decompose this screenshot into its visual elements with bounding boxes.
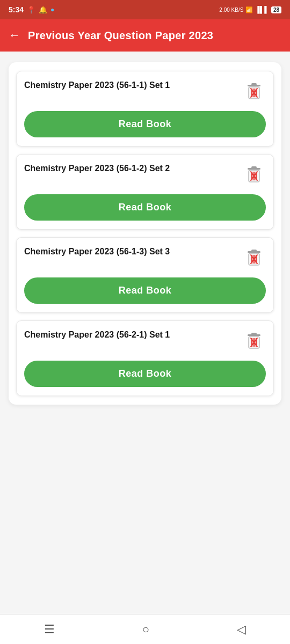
- trash-icon-3: [244, 248, 264, 268]
- read-book-button-2[interactable]: Read Book: [24, 194, 266, 221]
- delete-button-4[interactable]: [242, 330, 266, 353]
- main-content: Chemistry Paper 2023 (56-1-1) Set 1 Read…: [0, 52, 290, 614]
- battery-level: 28: [271, 6, 281, 13]
- back-button[interactable]: ←: [9, 28, 20, 42]
- location-icon: 📍: [27, 6, 35, 14]
- delete-button-3[interactable]: [242, 246, 266, 270]
- app-bar: ← Previous Year Question Paper 2023: [0, 19, 290, 52]
- book-card-1: Chemistry Paper 2023 (56-1-1) Set 1 Read…: [16, 71, 274, 147]
- svg-rect-25: [251, 333, 257, 335]
- trash-icon-2: [244, 165, 264, 185]
- wifi-icon: 📶: [245, 6, 253, 13]
- book-card-3: Chemistry Paper 2023 (56-1-3) Set 3 Read…: [16, 237, 274, 313]
- book-card-2: Chemistry Paper 2023 (56-1-2) Set 2 Read…: [16, 154, 274, 230]
- status-right: 2.00 KB/S 📶 ▐▌▌ 28: [219, 6, 281, 13]
- read-book-button-3[interactable]: Read Book: [24, 277, 266, 304]
- trash-icon-4: [244, 331, 264, 352]
- nav-back-icon[interactable]: ◁: [237, 623, 246, 636]
- status-bar: 5:34 📍 🔔 ● 2.00 KB/S 📶 ▐▌▌ 28: [0, 0, 290, 19]
- delete-button-2[interactable]: [242, 163, 266, 187]
- status-time: 5:34 📍 🔔 ●: [9, 5, 54, 14]
- read-book-button-1[interactable]: Read Book: [24, 111, 266, 137]
- book-title-2: Chemistry Paper 2023 (56-1-2) Set 2: [24, 163, 242, 174]
- svg-rect-1: [251, 83, 257, 85]
- trash-icon-1: [244, 82, 264, 102]
- page-title: Previous Year Question Paper 2023: [28, 30, 213, 42]
- signal-icon: ▐▌▌: [255, 6, 269, 13]
- notification-icon: 🔔: [39, 6, 47, 14]
- svg-rect-9: [251, 166, 257, 169]
- book-title-4: Chemistry Paper 2023 (56-2-1) Set 1: [24, 330, 242, 341]
- book-title-3: Chemistry Paper 2023 (56-1-3) Set 3: [24, 246, 242, 258]
- read-book-button-4[interactable]: Read Book: [24, 361, 266, 387]
- bottom-nav: ☰ ○ ◁: [0, 614, 290, 644]
- book-card-4: Chemistry Paper 2023 (56-2-1) Set 1 Read…: [16, 320, 274, 396]
- card-header-2: Chemistry Paper 2023 (56-1-2) Set 2: [24, 163, 266, 187]
- delete-button-1[interactable]: [242, 80, 266, 104]
- svg-rect-17: [251, 250, 257, 252]
- circle-icon: ●: [50, 6, 54, 13]
- books-container: Chemistry Paper 2023 (56-1-1) Set 1 Read…: [9, 62, 281, 405]
- nav-menu-icon[interactable]: ☰: [44, 623, 55, 636]
- book-title-1: Chemistry Paper 2023 (56-1-1) Set 1: [24, 80, 242, 91]
- time-display: 5:34: [9, 5, 24, 14]
- card-header-1: Chemistry Paper 2023 (56-1-1) Set 1: [24, 80, 266, 104]
- card-header-4: Chemistry Paper 2023 (56-2-1) Set 1: [24, 330, 266, 353]
- network-speed: 2.00 KB/S: [219, 7, 243, 13]
- card-header-3: Chemistry Paper 2023 (56-1-3) Set 3: [24, 246, 266, 270]
- nav-home-icon[interactable]: ○: [142, 623, 149, 636]
